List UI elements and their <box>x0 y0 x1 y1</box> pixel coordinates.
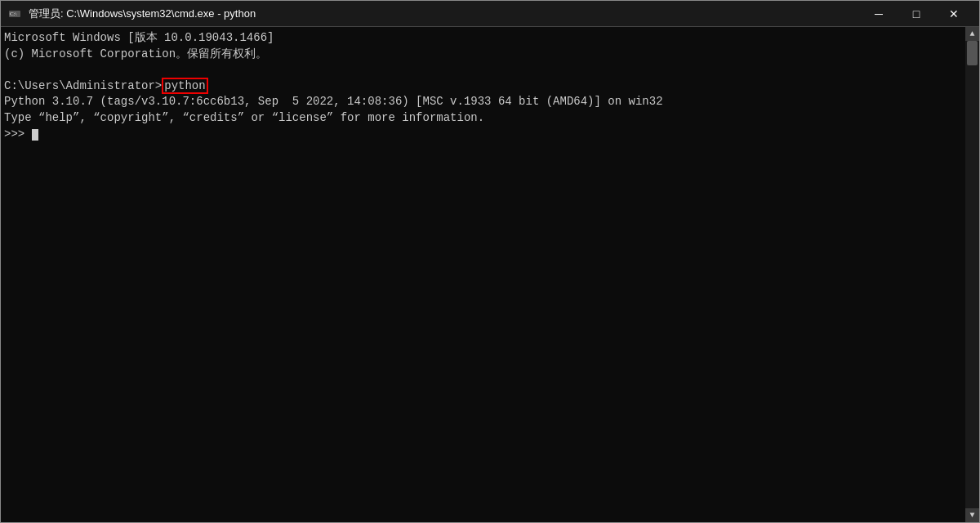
terminal-line-4: C:\Users\Administrator>python <box>4 78 976 95</box>
scrollbar-thumb[interactable] <box>967 41 978 65</box>
terminal-line-6: Type “help”, “copyright”, “credits” or “… <box>4 110 976 127</box>
scrollbar[interactable]: ▲ ▼ <box>965 27 979 522</box>
window-title: 管理员: C:\Windows\system32\cmd.exe - pytho… <box>29 7 860 21</box>
scroll-up-button[interactable]: ▲ <box>965 27 979 41</box>
cursor <box>32 129 38 141</box>
minimize-button[interactable]: ─ <box>860 1 898 27</box>
terminal-line-1: Microsoft Windows [版本 10.0.19043.1466] <box>4 30 976 47</box>
terminal-line-2: (c) Microsoft Corporation。保留所有权利。 <box>4 47 976 63</box>
svg-text:C:\: C:\ <box>10 11 17 17</box>
cmd-window: C:\ 管理员: C:\Windows\system32\cmd.exe - p… <box>0 0 980 523</box>
terminal-body[interactable]: Microsoft Windows [版本 10.0.19043.1466] (… <box>1 27 979 522</box>
maximize-button[interactable]: □ <box>898 1 935 27</box>
highlighted-command: python <box>162 78 207 94</box>
prompt-prefix: C:\Users\Administrator> <box>4 79 162 92</box>
terminal-line-5: Python 3.10.7 (tags/v3.10.7:6cc6b13, Sep… <box>4 94 976 110</box>
scroll-down-button[interactable]: ▼ <box>965 508 979 522</box>
title-bar: C:\ 管理员: C:\Windows\system32\cmd.exe - p… <box>1 1 979 27</box>
window-controls: ─ □ ✕ <box>860 1 973 27</box>
cmd-icon: C:\ <box>7 7 22 21</box>
terminal-line-3 <box>4 62 976 78</box>
scrollbar-track <box>965 41 979 508</box>
close-button[interactable]: ✕ <box>935 1 973 27</box>
terminal-line-7: >>> <box>4 127 976 143</box>
